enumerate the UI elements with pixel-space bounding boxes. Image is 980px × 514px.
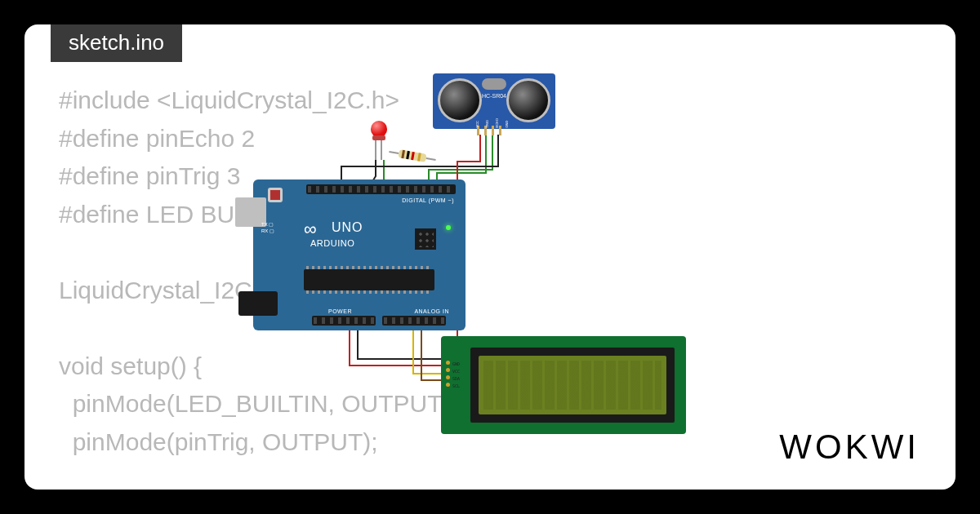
logo-text: WOKWI [779,428,920,466]
circuit-diagram[interactable]: HC-SR04 VCC TRIG ECHO GND [253,73,710,465]
digital-label: DIGITAL (PWM ~) [402,197,454,203]
arduino-logo-icon: ∞ [304,219,317,240]
lcd-pin-labels: GND VCC SDA SCL [452,361,460,390]
sensor-label: HC-SR04 [433,93,555,99]
ultrasonic-transducer-icon [438,78,482,122]
arduino-uno-board[interactable]: ∞ UNO ARDUINO DIGITAL (PWM ~) POWER ANAL… [253,179,466,330]
lcd-display[interactable]: GND VCC SDA SCL [441,336,686,434]
code-line: void setup() { [59,352,202,379]
file-tab-label: sketch.ino [69,30,164,55]
editor-frame: sketch.ino #include <LiquidCrystal_I2C.h… [24,24,956,490]
power-header[interactable] [312,316,376,326]
analog-header[interactable] [382,316,446,326]
code-line: #define pinEcho 2 [59,125,255,152]
wokwi-logo: WOKWI [779,428,920,467]
resistor-lead-icon [389,151,399,154]
red-led[interactable] [371,121,387,137]
lcd-char-area-icon [479,356,666,414]
ultrasonic-transducer-icon [506,78,550,122]
board-brand-label: ARDUINO [310,238,354,248]
file-tab[interactable]: sketch.ino [51,24,182,62]
led-leg-icon [381,139,382,160]
icsp-header [415,228,436,250]
led-leg-icon [375,139,376,160]
power-led-icon [446,225,451,230]
code-line: #define pinTrig 3 [59,162,240,189]
txrx-labels: TX ▢RX ▢ [261,222,274,235]
sensor-pin-labels: VCC TRIG ECHO GND [474,122,510,126]
lcd-screen [470,348,675,423]
resistor[interactable] [390,148,435,163]
analog-label: ANALOG IN [414,308,449,314]
ultrasonic-sensor[interactable]: HC-SR04 VCC TRIG ECHO GND [433,73,555,129]
digital-header[interactable] [306,184,456,194]
power-label: POWER [328,308,352,314]
board-model-label: UNO [332,220,363,235]
crystal-icon [482,78,506,90]
lcd-pins [446,361,450,387]
resistor-lead-icon [426,157,436,161]
reset-button[interactable] [268,188,283,202]
atmega-chip-icon [304,269,434,290]
power-jack-icon [238,291,278,316]
